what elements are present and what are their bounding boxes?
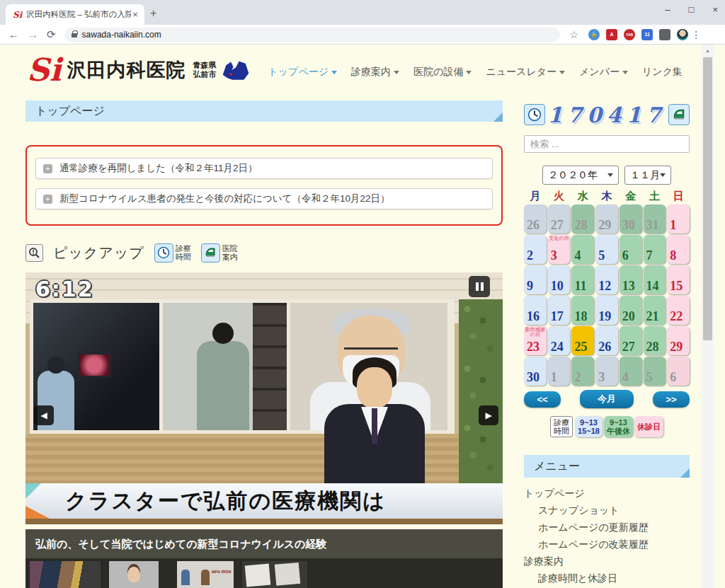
next-slide-button[interactable]: ▶: [479, 405, 498, 425]
menu-item[interactable]: ホームページの更新履歴: [524, 519, 690, 536]
calendar-day-cell: 29: [667, 326, 690, 355]
calendar-day-cell: 13: [620, 265, 642, 294]
nav-item-3[interactable]: 医院の設備: [413, 66, 472, 79]
day-number: 26: [527, 218, 540, 233]
window-close-button[interactable]: ×: [712, 4, 718, 15]
scrollbar-up-arrow[interactable]: ▲: [702, 45, 714, 56]
thumbnail-news-scene[interactable]: [30, 561, 101, 588]
menu-item[interactable]: 診療案内: [524, 553, 690, 570]
menu-item[interactable]: トップページ: [524, 485, 690, 502]
reload-icon[interactable]: ⟳: [47, 28, 56, 41]
calendar-prev-button[interactable]: <<: [524, 391, 561, 408]
news-caption: クラスターで弘前の医療機関は: [65, 487, 386, 516]
yab-extension-icon[interactable]: YAB: [624, 29, 635, 40]
url-field[interactable]: sawada-naikaiin.com: [64, 28, 560, 42]
legend-tile-line: 15~18: [578, 427, 600, 435]
menu-title: メニュー: [524, 455, 690, 478]
calendar-day-cell: 4: [571, 235, 594, 264]
site-favicon: Si: [13, 10, 22, 20]
hours-link[interactable]: 診察時間: [154, 243, 191, 263]
scrollbar-thumb[interactable]: [703, 57, 712, 340]
site-logo[interactable]: Si 沢田内科医院 青森県 弘前市: [27, 56, 251, 84]
region-line1: 青森県: [193, 61, 217, 69]
tab-title: 沢田内科医院 – 弘前市の入院設: [26, 9, 131, 20]
nav-item-label: リンク集: [642, 66, 683, 79]
prev-slide-button[interactable]: ◀: [34, 405, 54, 425]
day-number: 16: [527, 309, 540, 324]
day-number: 6: [670, 370, 676, 385]
train-widget-icon[interactable]: [668, 104, 690, 125]
calendar-next-button[interactable]: >>: [653, 391, 690, 408]
back-icon[interactable]: ←: [8, 28, 19, 40]
day-number: 26: [598, 340, 611, 354]
blue-extension-icon[interactable]: 11: [641, 29, 653, 40]
day-number: 27: [622, 340, 635, 354]
browser-tab[interactable]: Si 沢田内科医院 – 弘前市の入院設 ×: [6, 4, 144, 25]
calendar-day-cell: 8: [667, 235, 690, 264]
new-tab-button[interactable]: +: [150, 7, 156, 20]
day-header-月: 月: [524, 190, 547, 203]
notice-accordion-item[interactable]: +通常診療を再開しました（令和２年11月2日）: [35, 158, 493, 179]
forward-icon[interactable]: →: [28, 28, 38, 40]
visitor-counter: 170417: [547, 103, 666, 127]
pause-button[interactable]: [469, 276, 490, 297]
year-select[interactable]: ２０２０年: [542, 166, 619, 185]
sidebar: 170417 ２０２０年 １１月 月火水木金土日 26272829303112文…: [524, 103, 690, 588]
nav-item-1[interactable]: トップページ: [268, 66, 337, 79]
window-maximize-button[interactable]: □: [689, 4, 695, 15]
day-header-木: 木: [595, 190, 618, 203]
chevron-down-icon: [660, 173, 666, 177]
page-title: トップページ: [25, 100, 503, 122]
nav-item-label: 診療案内: [351, 66, 391, 79]
magnifier-icon: [25, 244, 43, 262]
legend-tile-line: 休診日: [637, 422, 661, 431]
notice-accordion-item[interactable]: +新型コロナウイルス患者の発生と今後の対応について（令和２年10月22日）: [35, 188, 493, 209]
calendar-day-cell: 1: [548, 357, 571, 386]
thumbnail-newspapers[interactable]: [242, 561, 307, 588]
search-input[interactable]: [524, 135, 690, 153]
thumbnail-portrait[interactable]: [109, 561, 159, 588]
access-link-line1: 医院: [222, 244, 238, 253]
thumbnail-risk-slide[interactable]: 90% RISK: [177, 561, 234, 588]
menu-item[interactable]: ホームページの改装履歴: [524, 536, 690, 553]
page-scrollbar[interactable]: ▲: [702, 45, 714, 588]
covid-section-title: 弘前の、そして当院ではじめての新型コロナウイルスの経験: [25, 529, 503, 558]
browser-menu-icon[interactable]: ⋮: [691, 29, 701, 40]
bookmark-star-icon[interactable]: ☆: [570, 29, 579, 40]
nav-item-2[interactable]: 診療案内: [351, 66, 399, 79]
day-number: 30: [527, 370, 540, 385]
site-logo-mark: Si: [27, 56, 62, 84]
day-number: 3: [598, 370, 605, 385]
nav-item-4[interactable]: ニュースレター: [486, 66, 565, 79]
calendar-day-cell: 16: [524, 296, 547, 325]
calendar-day-headers: 月火水木金土日: [524, 190, 690, 203]
day-number: 6: [622, 248, 629, 263]
day-number: 14: [646, 279, 659, 294]
tab-close-icon[interactable]: ×: [132, 9, 138, 20]
password-lock-extension-icon[interactable]: 🔓: [588, 29, 600, 40]
access-link[interactable]: 医院案内: [201, 243, 238, 263]
day-number: 29: [670, 340, 683, 354]
window-minimize-button[interactable]: –: [665, 4, 670, 15]
menu-item[interactable]: 診療時間と休診日: [524, 570, 690, 587]
menu-item[interactable]: スナップショット: [524, 502, 690, 519]
day-number: 17: [551, 309, 564, 324]
calendar-today-button[interactable]: 今月: [580, 390, 634, 408]
puzzle-extension-icon[interactable]: [659, 29, 670, 40]
risk-slide-label: 90% RISK: [212, 570, 232, 574]
day-header-水: 水: [571, 190, 594, 203]
day-number: 22: [670, 309, 683, 324]
acrobat-extension-icon[interactable]: A: [606, 29, 617, 40]
clock-widget-icon[interactable]: [524, 104, 545, 125]
calendar-day-cell: 3: [595, 357, 618, 386]
nav-item-5[interactable]: メンバー: [579, 66, 628, 79]
month-select[interactable]: １１月: [624, 166, 671, 185]
profile-avatar[interactable]: [677, 29, 688, 40]
calendar-day-cell: 勤労感謝の日23: [524, 326, 547, 355]
day-number: 4: [622, 370, 629, 385]
day-number: 10: [551, 279, 564, 294]
news-video-still[interactable]: クラスターで弘前の医療機関は 6:12 ◀ ▶: [25, 272, 503, 524]
nav-item-6[interactable]: リンク集: [642, 66, 683, 79]
day-number: 9: [527, 279, 533, 294]
site-name: 沢田内科医院: [67, 57, 186, 83]
